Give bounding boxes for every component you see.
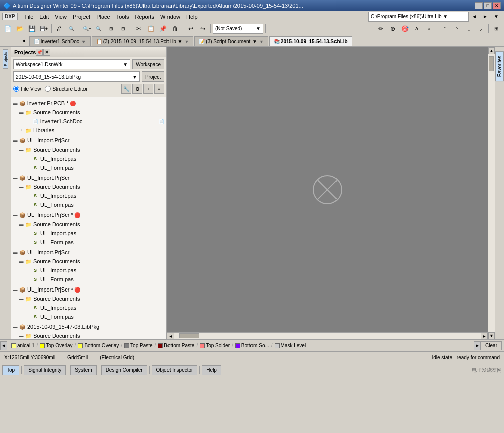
- tree-row-src4[interactable]: ▬ 📁 Source Documents: [11, 220, 166, 229]
- zoom-out-button[interactable]: 🔍-: [94, 23, 105, 34]
- layer-bottom-overlay[interactable]: Bottom Overlay: [76, 341, 121, 350]
- vert-scroll-up[interactable]: ▲: [488, 47, 495, 54]
- pencil-button[interactable]: ✏: [375, 23, 386, 34]
- list-item[interactable]: ▬ 📦 2015-10-09_15-47-03.LibPkg ▬ 📁 Sourc…: [11, 322, 166, 339]
- tree-row-inverter[interactable]: ▬ 📦 inverter.PrjPCB * 🔴: [11, 99, 166, 108]
- print-button[interactable]: 🖨: [54, 23, 65, 34]
- tab-close-2[interactable]: ▼: [184, 39, 189, 44]
- menu-file[interactable]: File: [22, 13, 37, 21]
- toggle-ulimport5[interactable]: ▬: [12, 286, 18, 293]
- tree-row-ulform-pas4a[interactable]: S UL_Form.pas: [11, 275, 166, 284]
- undo-button[interactable]: ↩: [185, 23, 196, 34]
- open-button[interactable]: 📂: [14, 23, 25, 34]
- list-item[interactable]: ▬ 📦 UL_Import.PrjScr ▬ 📁 Source Document…: [11, 247, 166, 284]
- tree-row-ulimport2[interactable]: ▬ 📦 UL_Import.PrjScr: [11, 173, 166, 182]
- toggle-libraries[interactable]: +: [18, 127, 24, 133]
- zoom-fit-button[interactable]: ⊞: [106, 23, 117, 34]
- paste-button[interactable]: 📌: [157, 23, 169, 34]
- toggle-inverter[interactable]: ▬: [12, 100, 18, 106]
- layer-scroll-left-button[interactable]: ◄: [0, 341, 7, 350]
- crosshair-button[interactable]: ⊕: [387, 23, 398, 34]
- toggle-src7[interactable]: ▬: [18, 333, 24, 339]
- save-button[interactable]: 💾: [26, 23, 37, 34]
- vert-scroll-down[interactable]: ▼: [488, 332, 495, 339]
- toggle-src2[interactable]: ▬: [18, 147, 24, 153]
- tree-row-ulform-pas3a[interactable]: S UL_Form.pas: [11, 238, 166, 247]
- menu-reports[interactable]: Reports: [132, 13, 157, 21]
- tree-row-ulimport-pas3a[interactable]: S UL_Import.pas: [11, 229, 166, 238]
- tree-row-src3[interactable]: ▬ 📁 Source Documents: [11, 182, 166, 191]
- tree-row-inverterschdoc[interactable]: 📄 inverter1.SchDoc 📄: [11, 117, 166, 126]
- add-button[interactable]: +: [143, 84, 153, 94]
- list-item[interactable]: ▬ 📦 UL_Import.PrjScr ▬ 📁 Source Document…: [11, 173, 166, 210]
- list-item[interactable]: ▬ 📦 inverter.PrjPCB * 🔴 ▬ 📁 Source Docum…: [11, 98, 166, 135]
- menu-tools[interactable]: Tools: [113, 13, 132, 21]
- projects-sidebar-tab[interactable]: Projects: [3, 49, 8, 69]
- tree-row-ulimport3[interactable]: ▬ 📦 UL_Import.PrjScr * 🔴: [11, 210, 166, 220]
- layer-top-solder[interactable]: Top Solder: [198, 341, 232, 350]
- layer-scroll-right-button[interactable]: ►: [474, 341, 481, 350]
- view-toggle-button[interactable]: ≡: [154, 84, 164, 94]
- menu-help[interactable]: Help: [183, 13, 201, 21]
- tree-row-libraries[interactable]: + 📁 Libraries: [11, 126, 166, 135]
- bottom-tab-top[interactable]: Top: [2, 365, 19, 375]
- layer-top-overlay[interactable]: Top Overlay: [38, 341, 74, 350]
- tab-schlib[interactable]: 📚 2015-10-09_15-54-13.SchLib: [269, 36, 352, 46]
- not-saved-dropdown[interactable]: (Not Saved) ▼: [213, 24, 263, 34]
- tree-row-ulimport-pas2a[interactable]: S UL_Import.pas: [11, 191, 166, 200]
- bottom-tab-design-compiler[interactable]: Design Compiler: [101, 365, 147, 375]
- horiz-scroll-track[interactable]: [174, 333, 481, 339]
- path-box[interactable]: C:\Program Files (x86)\Ultra Lib ▼: [368, 12, 469, 22]
- target-button[interactable]: 🎯: [399, 23, 410, 34]
- zoom-in-button[interactable]: 🔍+: [81, 23, 93, 34]
- nav-menu-button[interactable]: ▼: [491, 11, 502, 22]
- layer-bottom-solder[interactable]: Bottom So...: [233, 341, 271, 350]
- workspace-button[interactable]: Workspace: [132, 59, 164, 69]
- text-button[interactable]: A: [411, 23, 423, 34]
- redo-button[interactable]: ↪: [197, 23, 208, 34]
- menu-view[interactable]: View: [52, 13, 70, 21]
- horiz-scroll-thumb[interactable]: [179, 333, 199, 338]
- save-all-button[interactable]: 💾+: [38, 23, 49, 34]
- nav-back-button[interactable]: ◄: [469, 11, 480, 22]
- zoom-area-button[interactable]: ⊟: [118, 23, 129, 34]
- arc4-button[interactable]: ◞: [475, 23, 486, 34]
- toggle-ulimport2[interactable]: ▬: [12, 175, 18, 181]
- tree-row-src5[interactable]: ▬ 📁 Source Documents: [11, 257, 166, 266]
- toggle-ulimport3[interactable]: ▬: [12, 212, 18, 218]
- toggle-src3[interactable]: ▬: [18, 184, 24, 190]
- favorites-tab[interactable]: Favorites: [495, 51, 504, 81]
- copy-button[interactable]: 📋: [145, 23, 156, 34]
- structure-editor-radio[interactable]: Structure Editor: [45, 86, 87, 92]
- menu-window[interactable]: Window: [157, 13, 183, 21]
- tree-row-ulimport4[interactable]: ▬ 📦 UL_Import.PrjScr: [11, 248, 166, 257]
- panel-close-button[interactable]: ✕: [43, 49, 50, 56]
- list-item[interactable]: ▬ 📦 UL_Import.PrjScr ▬ 📁 Source Document…: [11, 135, 166, 173]
- vert-scroll-track[interactable]: [488, 54, 495, 332]
- tree-row-ulimport-pas5a[interactable]: S UL_Import.pas: [11, 303, 166, 312]
- bottom-tab-system[interactable]: System: [70, 365, 96, 375]
- horiz-scroll-left[interactable]: ◄: [167, 333, 174, 339]
- project-button[interactable]: Project: [142, 71, 164, 82]
- tree-row-ulform-pas2a[interactable]: S UL_Form.pas: [11, 200, 166, 209]
- close-button[interactable]: ✕: [493, 2, 501, 9]
- tree-row-libpkg1[interactable]: ▬ 📦 2015-10-09_15-47-03.LibPkg: [11, 322, 166, 331]
- horiz-scroll-right[interactable]: ►: [481, 333, 488, 339]
- bottom-tab-help[interactable]: Help: [202, 365, 221, 375]
- toggle-src1[interactable]: ▬: [18, 109, 24, 115]
- arc2-button[interactable]: ◝: [451, 23, 462, 34]
- clear-button[interactable]: Clear: [481, 341, 502, 350]
- bottom-tab-signal-integrity[interactable]: Signal Integrity: [24, 365, 66, 375]
- grid-button[interactable]: ⊞: [491, 23, 502, 34]
- menu-edit[interactable]: Edit: [36, 13, 52, 21]
- workspace-dropdown[interactable]: Workspace1.DsnWrk ▼: [13, 59, 130, 69]
- print-preview-button[interactable]: 🔍: [66, 23, 77, 34]
- panel-toggle[interactable]: ◄: [18, 35, 29, 46]
- layer-top-paste[interactable]: Top Paste: [122, 341, 154, 350]
- toggle-src6[interactable]: ▬: [18, 296, 24, 302]
- tree-row-ulform-pas5a[interactable]: S UL_Form.pas: [11, 312, 166, 321]
- tree-row-src1[interactable]: ▬ 📁 Source Documents: [11, 108, 166, 117]
- settings-button[interactable]: ⚙: [132, 84, 142, 94]
- toggle-ulimport4[interactable]: ▬: [12, 249, 18, 255]
- tree-row-ulimport5[interactable]: ▬ 📦 UL_Import.PrjScr * 🔴: [11, 285, 166, 294]
